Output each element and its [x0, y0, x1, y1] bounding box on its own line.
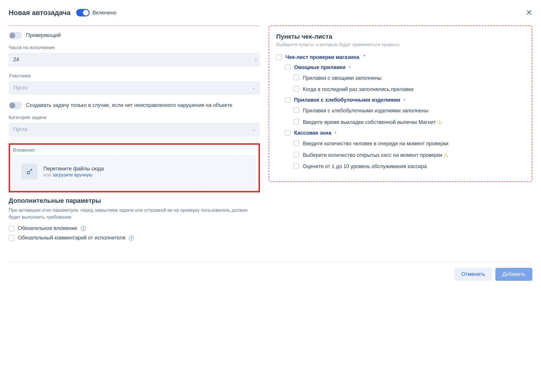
file-dropzone[interactable]: Перетяните файлы сюда или загрузите вруч…: [13, 155, 256, 188]
participants-value: Пусто: [13, 85, 27, 91]
tree-item-label: Когда в последний раз заполнялись прилав…: [303, 86, 413, 93]
svg-rect-0: [27, 172, 29, 174]
tree-checkbox[interactable]: [293, 163, 299, 169]
tree-item-label: Оцените от 1 до 10 уровень обслуживания …: [303, 163, 427, 170]
tree-checkbox[interactable]: [285, 97, 291, 103]
hours-input[interactable]: [9, 53, 260, 66]
tree-checkbox[interactable]: [293, 140, 299, 146]
tree-checkbox[interactable]: [293, 75, 299, 80]
create-only-if-label: Создавать задачу только в случае, если н…: [26, 102, 232, 109]
checklist-desc: Выберите пункты, к которым будет применя…: [276, 42, 525, 47]
participants-select[interactable]: Пусто ⌄: [9, 81, 260, 95]
chevron-down-icon: ⌄: [252, 86, 255, 90]
tree-checkbox[interactable]: [293, 119, 299, 125]
dropzone-title: Перетяните файлы сюда: [43, 166, 104, 172]
tree-checkbox[interactable]: [276, 54, 282, 60]
tree-checkbox[interactable]: [293, 86, 299, 92]
attachments-label: Вложения: [13, 148, 256, 153]
additional-params-desc: При активации этих параметров, перед зак…: [9, 207, 260, 221]
warning-icon: ⚠: [444, 152, 448, 159]
additional-params-title: Дополнительные параметры: [9, 197, 260, 205]
tree-checkbox[interactable]: [293, 152, 299, 157]
tree-group-label[interactable]: Прилавок с хлебобулочными изделиями: [294, 97, 400, 103]
participants-label: Участники: [9, 73, 260, 79]
tree-checkbox[interactable]: [293, 107, 299, 113]
tree-item-label: Прилавки с хлебобулочными изделиями запо…: [303, 107, 428, 114]
reviewer-toggle[interactable]: [9, 32, 22, 39]
add-button[interactable]: Добавить: [495, 268, 532, 281]
enabled-toggle[interactable]: [76, 9, 90, 16]
dropzone-or: или: [43, 172, 53, 177]
checklist-panel: Пункты чек-листа Выберите пункты, к кото…: [269, 25, 532, 182]
close-icon[interactable]: ✕: [526, 9, 532, 17]
tree-checkbox[interactable]: [285, 130, 291, 136]
hours-label: Часов на исполнение: [9, 45, 260, 50]
tree-item-label: Введите время выкладки собственной выпеч…: [303, 119, 442, 126]
create-only-if-toggle[interactable]: [9, 102, 22, 109]
chevron-up-icon[interactable]: ⌃: [363, 54, 366, 59]
page-title: Новая автозадача: [9, 9, 70, 17]
attachments-highlight: Вложения Перетяните файлы сюда или загру…: [9, 143, 260, 192]
category-select[interactable]: Пусто ⌄: [9, 122, 260, 136]
required-comment-checkbox[interactable]: [9, 235, 14, 241]
chevron-right-icon[interactable]: ›: [335, 130, 336, 135]
cancel-button[interactable]: Отменить: [454, 268, 492, 281]
chevron-down-icon: ⌄: [252, 127, 255, 132]
tree-item-label: Прилавки с овощами заполнены: [303, 75, 382, 82]
tree-item-label: Введите количество человек в очереди на …: [303, 140, 448, 147]
category-label: Категория задачи: [9, 115, 260, 120]
info-icon[interactable]: i: [129, 235, 134, 241]
checklist-title: Пункты чек-листа: [276, 33, 525, 40]
required-attachment-checkbox[interactable]: [9, 226, 14, 231]
upload-icon: [21, 164, 38, 180]
category-value: Пусто: [13, 127, 27, 133]
upload-manual-link[interactable]: загрузите вручную: [53, 172, 92, 177]
reviewer-label: Проверяющий: [26, 32, 61, 39]
chevron-right-icon[interactable]: ›: [404, 97, 405, 102]
required-comment-label: Обязательный комментарий от исполнителя: [18, 235, 125, 241]
hours-increment[interactable]: ▲: [254, 57, 258, 60]
warning-icon: ⚠: [437, 119, 442, 126]
tree-checkbox[interactable]: [285, 64, 291, 70]
tree-group-label[interactable]: Овощные прилавки: [294, 64, 345, 70]
chevron-right-icon[interactable]: ›: [349, 64, 350, 69]
tree-group-label[interactable]: Кассовая зона: [294, 130, 331, 136]
hours-decrement[interactable]: ▼: [254, 60, 258, 63]
enabled-toggle-label: Включено: [92, 10, 116, 16]
required-attachment-label: Обязательное вложение: [18, 225, 77, 231]
tree-root-label[interactable]: Чек-лист проверки магазина: [285, 54, 359, 60]
tree-item-label: Выберите количество открытых касс на мом…: [303, 152, 448, 159]
info-icon[interactable]: i: [81, 226, 86, 231]
